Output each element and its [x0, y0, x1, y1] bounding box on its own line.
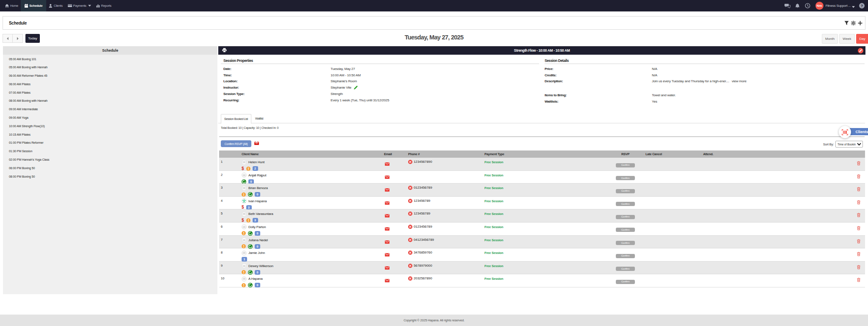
schedule-list-item[interactable]: 01:00 PM Pilates Reformer: [3, 139, 217, 147]
print-icon[interactable]: [222, 48, 227, 53]
booking-count-badge: 0: [255, 244, 260, 249]
confirm-rsvp-button[interactable]: Confirm: [616, 241, 635, 245]
email-cell: [380, 209, 404, 223]
field-value: N/A: [652, 73, 657, 77]
view-more-link[interactable]: view more: [732, 79, 747, 83]
schedule-list-item[interactable]: 10:00 AM Strength Flow(10): [3, 122, 217, 131]
email-icon[interactable]: [385, 162, 389, 166]
client-name[interactable]: Ivan Hapana: [248, 199, 267, 203]
phone-number: 0123456789: [414, 225, 432, 229]
email-icon[interactable]: [385, 227, 389, 231]
confirm-rsvp-button[interactable]: Confirm: [616, 202, 635, 206]
confirm-rsvp-button[interactable]: Confirm: [616, 176, 635, 180]
confirm-rsvp-button[interactable]: Confirm: [616, 280, 635, 284]
field-row: Time:10:00 AM - 10:50 AM: [223, 72, 389, 78]
delete-booking-icon[interactable]: [857, 200, 860, 204]
table-header-cell: Payment Type: [481, 152, 611, 156]
schedule-list-item[interactable]: 01:30 PM Session: [3, 147, 217, 156]
bell-icon[interactable]: [793, 0, 803, 11]
booking-count-badge: 0: [248, 179, 254, 184]
schedule-list-item[interactable]: 08:00 AM Boxing with Hannah: [3, 97, 217, 105]
delete-booking-icon[interactable]: [857, 239, 860, 243]
chat-icon[interactable]: [782, 0, 793, 11]
delete-booking-icon[interactable]: [857, 213, 860, 217]
email-icon[interactable]: [385, 266, 389, 270]
nav-item-home[interactable]: Home: [3, 0, 21, 11]
email-icon[interactable]: [385, 188, 389, 192]
client-name[interactable]: Jamie John: [248, 251, 265, 255]
plus-icon[interactable]: [858, 21, 862, 25]
client-name[interactable]: Anjali Rajput: [248, 173, 266, 177]
delete-booking-icon[interactable]: [857, 161, 860, 165]
confirm-rsvp-button[interactable]: Confirm: [616, 163, 635, 167]
confirm-rsvp-button[interactable]: Confirm: [616, 254, 635, 258]
nav-item-payments[interactable]: Payments: [65, 0, 94, 11]
filter-icon[interactable]: [844, 21, 849, 25]
email-icon[interactable]: [385, 279, 389, 282]
alert-icon: [242, 192, 246, 197]
phone-cell: 3476859760: [404, 248, 481, 262]
client-name[interactable]: Beth Varasuntara: [248, 212, 273, 216]
session-header: Strength Flow - 10:00 AM - 10:50 AM: [218, 46, 865, 55]
delete-booking-icon[interactable]: [857, 265, 860, 269]
email-icon[interactable]: [385, 253, 389, 256]
nav-item-clients[interactable]: Clients: [46, 0, 65, 11]
schedule-list-item[interactable]: 05:00 AM Boxing with Hannah: [3, 63, 217, 72]
gear-icon[interactable]: [851, 21, 856, 25]
barcode-scan-button[interactable]: [839, 126, 851, 138]
field-label: Credits:: [545, 73, 652, 77]
account-menu-label[interactable]: Fitness Support ...: [826, 4, 851, 8]
email-icon[interactable]: [385, 201, 389, 205]
nav-item-reports[interactable]: Reports: [94, 0, 114, 11]
action-cell: [852, 171, 865, 184]
delete-booking-icon[interactable]: [857, 174, 860, 178]
schedule-list-item[interactable]: 09:00 AM Yoga: [3, 114, 217, 122]
confirm-rsvp-button[interactable]: Confirm: [616, 267, 635, 271]
delete-booking-icon[interactable]: [857, 278, 860, 282]
schedule-sidebar: Schedule 05:00 AM Boxing 10105:00 AM Box…: [3, 46, 217, 294]
client-name[interactable]: Dolly Parton: [248, 225, 266, 229]
sort-by-select[interactable]: Time of Booking: [835, 141, 863, 148]
edit-session-button[interactable]: [858, 48, 863, 53]
clock-icon[interactable]: [803, 0, 813, 11]
schedule-list-item[interactable]: 09:00 AM Intermediate: [3, 105, 217, 114]
delete-booking-icon[interactable]: [857, 252, 860, 256]
email-icon[interactable]: [385, 176, 389, 179]
field-label: Time:: [223, 73, 331, 77]
client-name[interactable]: Brian Benoza: [248, 186, 268, 190]
schedule-list-item[interactable]: 06:00 AM Pilates: [3, 80, 217, 89]
schedule-list-item[interactable]: 06:00 AM Reformer Pilates 45: [3, 72, 217, 80]
phone-number: 2032567890: [414, 276, 432, 281]
rsvp-cell: Confirm: [611, 158, 640, 171]
client-cell: Helen Hunt$2: [240, 158, 380, 171]
field-value: Towel and water.: [652, 93, 676, 97]
client-name[interactable]: Juliana Nedel: [248, 238, 268, 242]
delete-booking-icon[interactable]: [857, 226, 860, 230]
email-icon[interactable]: [385, 214, 389, 217]
tab-waitlist[interactable]: Waitlist: [255, 114, 263, 123]
client-name[interactable]: Helen Hunt: [248, 160, 264, 164]
schedule-list-item[interactable]: 05:00 AM Boxing 101: [3, 55, 217, 64]
view-week-button[interactable]: Week: [839, 34, 854, 44]
schedule-list-item[interactable]: 10:15 AM Pilates: [3, 131, 217, 139]
schedule-list-item[interactable]: 06:00 PM Boxing 50: [3, 164, 217, 173]
client-name[interactable]: Dewey Wilkerson: [248, 264, 273, 268]
confirm-rsvp-button[interactable]: Confirm: [616, 189, 635, 193]
email-icon[interactable]: [385, 240, 389, 244]
confirm-rsvp-button[interactable]: Confirm: [616, 215, 635, 219]
view-day-button[interactable]: Day: [856, 34, 868, 44]
client-name[interactable]: A Hapana: [248, 277, 263, 281]
avatar[interactable]: Nm: [815, 2, 823, 10]
edit-instructor-icon[interactable]: [354, 86, 358, 89]
delete-booking-icon[interactable]: [857, 187, 860, 191]
schedule-list-item[interactable]: 02:00 PM Hannah's Yoga Class: [3, 156, 217, 164]
email-all-icon[interactable]: [254, 141, 259, 145]
help-icon[interactable]: ?: [859, 3, 865, 8]
confirm-rsvp-button[interactable]: Confirm: [616, 228, 635, 232]
view-month-button[interactable]: Month: [822, 34, 838, 44]
confirm-rsvp-all-button[interactable]: Confirm RSVP (All): [221, 140, 251, 147]
nav-item-schedule[interactable]: Schedule: [21, 0, 46, 11]
schedule-list-item[interactable]: 08:00 PM Boxing 50: [3, 173, 217, 181]
tab-session-booked-list[interactable]: Session Booked List: [221, 114, 251, 124]
schedule-list-item[interactable]: 07:00 AM Pilates: [3, 89, 217, 97]
